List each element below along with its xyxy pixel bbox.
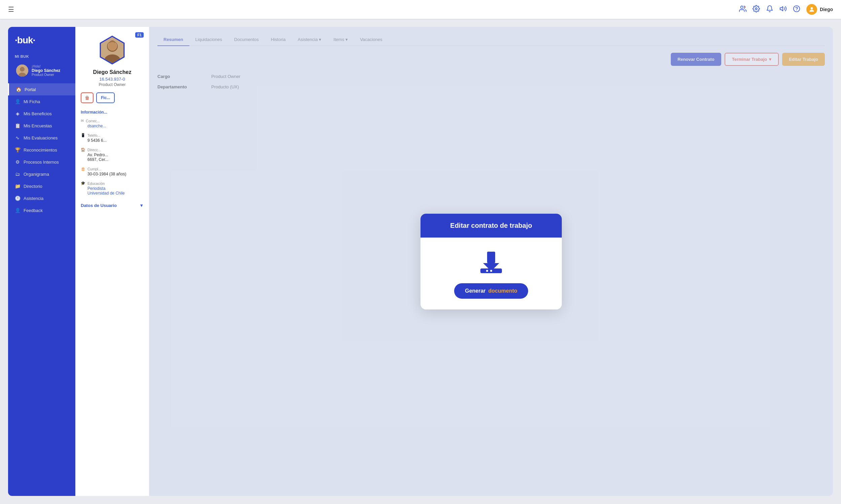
sidebar-item-mis-beneficios[interactable]: ◈ Mis Beneficios <box>8 108 75 120</box>
feedback-icon: 👤 <box>15 208 20 213</box>
profile-address-value: Av. Pedro...6697, Cer... <box>81 152 144 162</box>
modal-body: Generar documento <box>420 237 562 309</box>
profile-avatar-image <box>99 37 125 63</box>
sidebar-user-card: ¡Hola! Diego Sánchez Product Owner <box>11 62 73 79</box>
hamburger-icon[interactable]: ☰ <box>8 5 14 14</box>
sidebar-user-avatar <box>16 65 28 77</box>
sidebar-item-mi-ficha[interactable]: 👤 Mi Ficha <box>8 95 75 108</box>
profile-section-title: Información... <box>81 110 144 114</box>
modal-title: Editar contrato de trabajo <box>429 222 554 230</box>
profile-birthday-value: 30-03-1984 (38 años) <box>81 172 144 176</box>
clock-icon: 🕐 <box>15 196 20 201</box>
sidebar: ·buk· Mi Buk ¡Hola! Diego Sánchez Produc… <box>8 27 75 496</box>
app-logo: ·buk· <box>8 35 75 52</box>
sidebar-user-role: Product Owner <box>32 73 60 77</box>
top-nav-left: ☰ <box>8 5 14 14</box>
profile-phone-item: 📱 Teléfo... 9 5436 6... <box>81 133 144 143</box>
delete-button[interactable]: 🗑 <box>81 92 93 103</box>
datos-usuario-row[interactable]: Datos de Usuario ▼ <box>81 203 144 208</box>
sidebar-item-label: Mis Encuestas <box>23 123 52 128</box>
sidebar-section-mi-buk: Mi Buk <box>8 52 75 60</box>
sidebar-item-label: Mis Beneficios <box>23 111 52 116</box>
svg-point-15 <box>108 42 117 51</box>
profile-avatar-hex <box>98 36 127 65</box>
profile-name: Diego Sánchez <box>93 69 132 75</box>
generar-documento-button[interactable]: Generar documento <box>454 283 528 299</box>
svg-point-1 <box>744 6 746 7</box>
help-icon[interactable] <box>793 5 800 14</box>
profile-email-value: dsanche... <box>81 124 144 128</box>
profile-education-value1: Periodista <box>81 186 144 191</box>
top-nav: ☰ <box>0 0 841 19</box>
profile-rut: 16.543.937-0 <box>99 77 125 82</box>
edit-contract-modal: Editar contrato de trabajo <box>420 214 562 309</box>
svg-point-2 <box>755 8 757 10</box>
svg-marker-3 <box>780 6 783 11</box>
gear-icon[interactable] <box>753 5 760 14</box>
profile-actions: 🗑 Fic... <box>81 92 144 103</box>
sidebar-item-mis-encuestas[interactable]: 📋 Mis Encuestas <box>8 120 75 132</box>
sidebar-item-organigrama[interactable]: 🗂 Organigrama <box>8 168 75 180</box>
download-icon <box>478 248 504 275</box>
chart-icon: ∿ <box>15 135 20 141</box>
sidebar-item-label: Mi Ficha <box>23 99 40 104</box>
survey-icon: 📋 <box>15 123 20 128</box>
user-menu-button[interactable]: Diego <box>806 4 833 15</box>
btn-generar-prefix: Generar <box>465 288 485 294</box>
sidebar-item-label: Asistencia <box>23 196 44 201</box>
sidebar-item-mis-evaluaciones[interactable]: ∿ Mis Evaluaciones <box>8 132 75 144</box>
people-icon[interactable] <box>739 5 746 14</box>
profile-phone-value: 9 5436 6... <box>81 138 144 143</box>
sidebar-greeting: ¡Hola! <box>32 65 60 68</box>
user-name-label: Diego <box>820 7 833 12</box>
bell-icon[interactable] <box>766 5 773 14</box>
btn-generar-highlight: documento <box>488 288 517 294</box>
sidebar-item-feedback[interactable]: 👤 Feedback <box>8 204 75 216</box>
chevron-down-icon: ▼ <box>139 203 144 208</box>
avatar <box>806 4 817 15</box>
sidebar-item-label: Directorio <box>23 184 42 189</box>
svg-point-8 <box>20 67 24 72</box>
datos-usuario-label: Datos de Usuario <box>81 203 117 208</box>
address-icon: 🏠 <box>81 147 85 152</box>
birthday-icon: 🎂 <box>81 167 85 171</box>
org-icon: 🗂 <box>15 172 20 177</box>
svg-point-19 <box>486 270 488 272</box>
sidebar-item-asistencia[interactable]: 🕐 Asistencia <box>8 192 75 204</box>
svg-point-0 <box>741 6 743 8</box>
sidebar-item-portal[interactable]: 🏠 Portal <box>8 83 75 95</box>
ficha-button[interactable]: Fic... <box>96 92 115 103</box>
profile-birthday-item: 🎂 Cumpl... 30-03-1984 (38 años) <box>81 167 144 176</box>
sidebar-item-label: Portal <box>24 87 36 92</box>
sidebar-item-label: Procesos Internos <box>23 160 59 165</box>
gift-icon: ◈ <box>15 111 20 116</box>
main-panel: Resumen Liquidaciones Documentos Histori… <box>149 27 833 496</box>
profile-education-item: 🎓 Educación Periodista Universidad de Ch… <box>81 181 144 196</box>
process-icon: ⚙ <box>15 159 20 165</box>
profile-panel: F1 Diego Sánche <box>75 27 149 496</box>
svg-rect-16 <box>487 252 495 263</box>
home-icon: 🏠 <box>16 87 21 92</box>
profile-address-item: 🏠 Direcc... Av. Pedro...6697, Cer... <box>81 147 144 162</box>
sidebar-item-label: Organigrama <box>23 172 49 177</box>
phone-icon: 📱 <box>81 133 85 138</box>
sidebar-user-info: ¡Hola! Diego Sánchez Product Owner <box>32 65 60 77</box>
modal-overlay: Editar contrato de trabajo <box>149 27 833 496</box>
sidebar-user-name: Diego Sánchez <box>32 68 60 73</box>
sidebar-item-procesos-internos[interactable]: ⚙ Procesos Internos <box>8 156 75 168</box>
email-icon: ✉ <box>81 119 84 123</box>
profile-education-value2: Universidad de Chile <box>81 191 144 196</box>
profile-email-item: ✉ Correc... dsanche... <box>81 119 144 128</box>
f1-badge: F1 <box>135 32 144 38</box>
megaphone-icon[interactable] <box>779 5 787 14</box>
sidebar-item-label: Mis Evaluaciones <box>23 136 57 141</box>
sidebar-item-directorio[interactable]: 📁 Directorio <box>8 180 75 192</box>
person-icon: 👤 <box>15 99 20 104</box>
trophy-icon: 🏆 <box>15 147 20 152</box>
education-icon: 🎓 <box>81 181 85 185</box>
sidebar-item-reconocimientos[interactable]: 🏆 Reconocimientos <box>8 144 75 156</box>
top-nav-right: Diego <box>739 4 833 15</box>
svg-point-6 <box>811 7 813 10</box>
main-layout: ·buk· Mi Buk ¡Hola! Diego Sánchez Produc… <box>0 19 841 504</box>
folder-icon: 📁 <box>15 183 20 189</box>
